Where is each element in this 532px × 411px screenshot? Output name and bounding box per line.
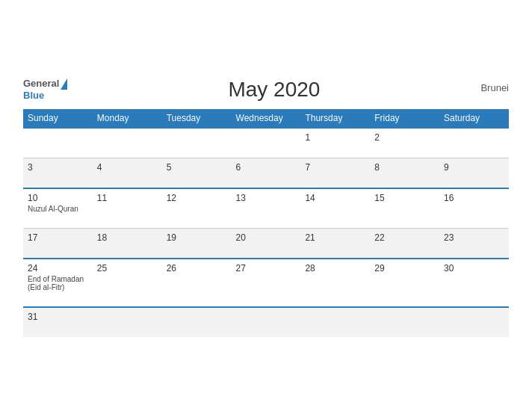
calendar-day: 7 [300, 158, 370, 188]
calendar-day: 21 [300, 228, 370, 259]
calendar-day: 18 [93, 228, 162, 259]
calendar-day: 1 [300, 128, 370, 158]
calendar-day [93, 128, 162, 158]
calendar-day [162, 128, 232, 158]
logo-blue-text: Blue [23, 90, 67, 101]
calendar-table: Sunday Monday Tuesday Wednesday Thursday… [23, 109, 509, 337]
calendar-day [370, 307, 439, 337]
calendar-day: 31 [23, 307, 93, 337]
calendar-day [232, 307, 301, 337]
calendar-day: 8 [370, 158, 439, 188]
calendar-day: 27 [232, 259, 301, 307]
calendar-day: 11 [93, 188, 162, 229]
col-wednesday: Wednesday [232, 109, 301, 128]
calendar-day: 6 [232, 158, 301, 188]
calendar-day: 20 [232, 228, 301, 259]
col-saturday: Saturday [439, 109, 509, 128]
calendar-day: 26 [162, 259, 232, 307]
logo-triangle-icon [61, 78, 67, 90]
calendar-day: 29 [370, 259, 439, 307]
calendar-day [300, 307, 370, 337]
calendar-day: 13 [232, 188, 301, 229]
calendar-week-row: 12 [23, 128, 509, 158]
logo-general-text: General [23, 78, 59, 89]
col-sunday: Sunday [23, 109, 93, 128]
col-friday: Friday [370, 109, 439, 128]
calendar-day: 2 [370, 128, 439, 158]
calendar-day [23, 128, 93, 158]
calendar-day: 4 [93, 158, 162, 188]
calendar-week-row: 31 [23, 307, 509, 337]
calendar-wrapper: General Blue May 2020 Brunei Sunday Mond… [8, 66, 524, 346]
calendar-day: 3 [23, 158, 93, 188]
calendar-day [93, 307, 162, 337]
calendar-day: 5 [162, 158, 232, 188]
calendar-day: 19 [162, 228, 232, 259]
calendar-day: 28 [300, 259, 370, 307]
calendar-header: General Blue May 2020 Brunei [23, 78, 509, 102]
calendar-day: 24End of Ramadan (Eid al-Fitr) [23, 259, 93, 307]
calendar-day: 17 [23, 228, 93, 259]
calendar-day [232, 128, 301, 158]
calendar-week-row: 10Nuzul Al-Quran111213141516 [23, 188, 509, 229]
logo: General Blue [23, 78, 67, 101]
calendar-day: 30 [439, 259, 509, 307]
calendar-day: 22 [370, 228, 439, 259]
calendar-day: 23 [439, 228, 509, 259]
calendar-week-row: 3456789 [23, 158, 509, 188]
calendar-day: 9 [439, 158, 509, 188]
calendar-title: May 2020 [67, 78, 480, 102]
country-label: Brunei [480, 78, 509, 93]
calendar-day: 10Nuzul Al-Quran [23, 188, 93, 229]
calendar-day: 15 [370, 188, 439, 229]
calendar-header-row: Sunday Monday Tuesday Wednesday Thursday… [23, 109, 509, 128]
calendar-day [162, 307, 232, 337]
calendar-day: 12 [162, 188, 232, 229]
col-tuesday: Tuesday [162, 109, 232, 128]
calendar-week-row: 24End of Ramadan (Eid al-Fitr)2526272829… [23, 259, 509, 307]
calendar-day [439, 128, 509, 158]
calendar-day: 16 [439, 188, 509, 229]
calendar-day: 14 [300, 188, 370, 229]
col-thursday: Thursday [300, 109, 370, 128]
calendar-week-row: 17181920212223 [23, 228, 509, 259]
col-monday: Monday [93, 109, 162, 128]
calendar-day: 25 [93, 259, 162, 307]
calendar-day [439, 307, 509, 337]
